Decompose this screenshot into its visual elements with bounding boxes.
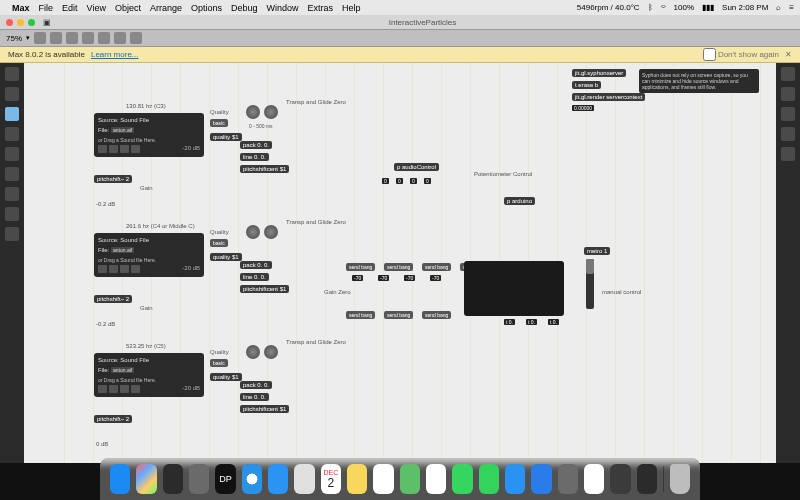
message-box[interactable]: quality $1 — [210, 373, 242, 381]
notification-center-icon[interactable]: ≡ — [789, 3, 794, 12]
sound-file-module[interactable]: Source: Sound File File: anton.aif or Dr… — [94, 233, 204, 277]
stop-button[interactable] — [109, 385, 118, 393]
dock-app-appstore[interactable] — [505, 464, 525, 494]
object-box[interactable]: pack 0. 0. — [240, 141, 272, 149]
inspector-item[interactable] — [781, 87, 795, 101]
lock-icon[interactable]: ▣ — [43, 18, 51, 27]
palette-item[interactable] — [5, 67, 19, 81]
slider[interactable] — [586, 259, 594, 309]
close-icon[interactable]: ✕ — [785, 50, 792, 59]
menu-arrange[interactable]: Arrange — [150, 3, 182, 13]
dock-app-contacts[interactable] — [294, 464, 314, 494]
window-minimize-button[interactable] — [17, 19, 24, 26]
dock-app-maps[interactable] — [400, 464, 420, 494]
object-box[interactable]: line 0. 0. — [240, 153, 269, 161]
palette-item[interactable] — [5, 167, 19, 181]
object-box[interactable]: t erase b — [572, 81, 601, 89]
dock-app-launchpad[interactable] — [136, 464, 156, 494]
object-box[interactable]: pitchshift~ 2 — [94, 295, 132, 303]
play-button[interactable] — [98, 385, 107, 393]
dock-app-photos[interactable] — [426, 464, 446, 494]
spotlight-icon[interactable]: ⌕ — [776, 3, 781, 12]
toolbar-button[interactable] — [82, 32, 94, 44]
object-box[interactable]: pitchshiftcent $1 — [240, 165, 289, 173]
window-close-button[interactable] — [6, 19, 13, 26]
number-box[interactable]: 0.00000 — [572, 105, 594, 111]
object-box[interactable]: pack 0. 0. — [240, 381, 272, 389]
menu-options[interactable]: Options — [191, 3, 222, 13]
menu-help[interactable]: Help — [342, 3, 361, 13]
dial[interactable] — [264, 105, 278, 119]
number-box[interactable]: -70 — [404, 275, 415, 281]
send-bang[interactable]: send bang — [384, 311, 413, 319]
menu-extras[interactable]: Extras — [308, 3, 334, 13]
send-bang[interactable]: send bang — [346, 263, 375, 271]
quality-dropdown[interactable]: basic — [210, 119, 228, 127]
object-box[interactable]: pitchshift~ 2 — [94, 415, 132, 423]
patcher-canvas[interactable]: jit.gl.syphonserver t erase b jit.gl.ren… — [24, 63, 776, 463]
toolbar-button[interactable] — [66, 32, 78, 44]
dock-app-shazam[interactable] — [531, 464, 551, 494]
loop-button[interactable] — [120, 265, 129, 273]
object-box[interactable]: metro 1 — [584, 247, 610, 255]
number-box[interactable]: 0 — [382, 178, 389, 184]
send-bang[interactable]: send bang — [346, 311, 375, 319]
learn-more-link[interactable]: Learn more... — [91, 50, 139, 59]
quality-dropdown[interactable]: basic — [210, 239, 228, 247]
object-box[interactable]: pack 0. 0. — [240, 261, 272, 269]
app-name[interactable]: Max — [12, 3, 30, 13]
menu-view[interactable]: View — [87, 3, 106, 13]
object-box[interactable]: pitchshiftcent $1 — [240, 285, 289, 293]
window-maximize-button[interactable] — [28, 19, 35, 26]
vol-button[interactable] — [131, 145, 140, 153]
number-box[interactable]: 0 — [410, 178, 417, 184]
dial[interactable] — [246, 345, 260, 359]
bluetooth-icon[interactable]: ᛒ — [648, 3, 653, 12]
scope-display[interactable] — [464, 261, 564, 316]
zoom-level[interactable]: 75% — [6, 34, 22, 43]
send-bang[interactable]: send bang — [422, 263, 451, 271]
dock-app-finder[interactable] — [110, 464, 130, 494]
number-box[interactable]: -70 — [378, 275, 389, 281]
number-box[interactable]: t 0. — [548, 319, 559, 325]
sound-file-module[interactable]: Source: Sound File File: anton.aif or Dr… — [94, 113, 204, 157]
menu-edit[interactable]: Edit — [62, 3, 78, 13]
number-box[interactable]: 0 — [396, 178, 403, 184]
palette-item[interactable] — [5, 187, 19, 201]
quality-dropdown[interactable]: basic — [210, 359, 228, 367]
play-button[interactable] — [98, 265, 107, 273]
menu-object[interactable]: Object — [115, 3, 141, 13]
number-box[interactable]: t 0. — [504, 319, 515, 325]
object-box[interactable]: pitchshiftcent $1 — [240, 405, 289, 413]
inspector-item[interactable] — [781, 147, 795, 161]
object-box[interactable]: line 0. 0. — [240, 273, 269, 281]
dock-app-prefs[interactable] — [558, 464, 578, 494]
palette-item[interactable] — [5, 107, 19, 121]
object-box[interactable]: pitchshift~ 2 — [94, 175, 132, 183]
stop-button[interactable] — [109, 145, 118, 153]
menu-file[interactable]: File — [39, 3, 54, 13]
sound-file-module[interactable]: Source: Sound File File: anton.aif or Dr… — [94, 353, 204, 397]
wifi-icon[interactable]: ⌔ — [661, 3, 666, 12]
inspector-item[interactable] — [781, 127, 795, 141]
dock-app-messages[interactable] — [452, 464, 472, 494]
message-box[interactable]: quality $1 — [210, 253, 242, 261]
toolbar-button[interactable] — [34, 32, 46, 44]
palette-item[interactable] — [5, 207, 19, 221]
dont-show-again[interactable]: Don't show again — [703, 48, 779, 61]
dial[interactable] — [264, 345, 278, 359]
vol-button[interactable] — [131, 265, 140, 273]
dock-app-notes[interactable] — [347, 464, 367, 494]
toolbar-button[interactable] — [130, 32, 142, 44]
object-box[interactable]: jit.gl.render servercontext — [572, 93, 645, 101]
object-box[interactable]: jit.gl.syphonserver — [572, 69, 626, 77]
dock-app-terminal[interactable] — [637, 464, 657, 494]
menu-window[interactable]: Window — [267, 3, 299, 13]
dial[interactable] — [246, 225, 260, 239]
inspector-item[interactable] — [781, 67, 795, 81]
clock[interactable]: Sun 2:08 PM — [722, 3, 768, 12]
loop-button[interactable] — [120, 145, 129, 153]
battery-icon[interactable]: ▮▮▮ — [702, 3, 714, 12]
loop-button[interactable] — [120, 385, 129, 393]
number-box[interactable]: -70 — [352, 275, 363, 281]
